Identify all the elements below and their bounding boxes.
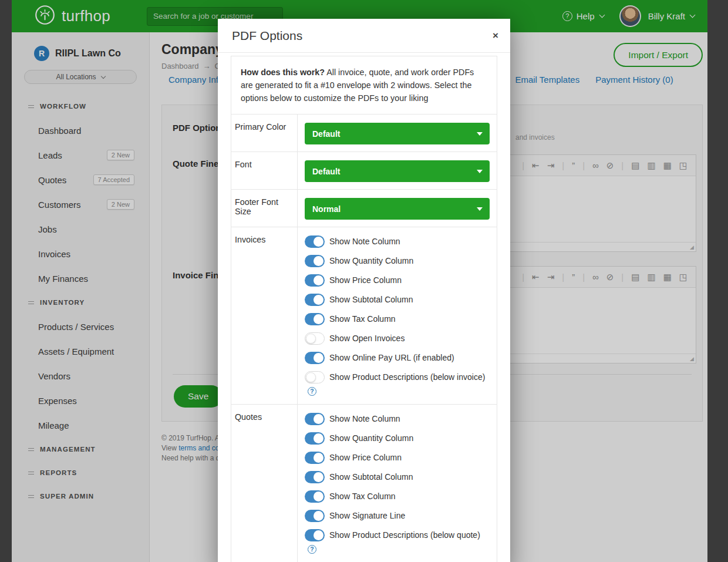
- toggle-quote-show-product-descriptions[interactable]: [305, 529, 325, 541]
- toggle-label: Show Price Column: [329, 275, 402, 285]
- toggle-label: Show Tax Column: [329, 314, 396, 324]
- toggle-invoice-show-subtotal-column[interactable]: [305, 294, 325, 306]
- footer-font-size-select[interactable]: Normal: [305, 198, 490, 220]
- toggle-row: Show Price Column: [305, 274, 490, 287]
- toggle-label: Show Tax Column: [329, 492, 396, 501]
- toggle-label: Show Product Descriptions (below invoice…: [329, 372, 485, 382]
- group-label: Quotes: [231, 405, 298, 562]
- modal-header: PDF Options ×: [218, 19, 510, 53]
- toggle-row: Show Tax Column: [305, 490, 490, 503]
- toggle-label: Show Signature Line: [329, 511, 405, 520]
- toggle-label: Show Open Invoices: [329, 334, 405, 343]
- toggle-row: Show Signature Line: [305, 510, 490, 522]
- help-icon[interactable]: ?: [308, 545, 316, 554]
- toggle-quote-show-subtotal-column[interactable]: [305, 471, 325, 483]
- toggle-quote-show-price-column[interactable]: [305, 452, 325, 464]
- modal-intro: How does this work? All invoice, quote, …: [231, 56, 497, 114]
- toggle-row: Show Subtotal Column: [305, 294, 490, 306]
- toggle-quote-show-tax-column[interactable]: [305, 490, 325, 503]
- toggle-label: Show Note Column: [329, 414, 400, 423]
- toggle-quote-show-quantity-column[interactable]: [305, 432, 325, 445]
- font-select[interactable]: Default: [305, 160, 490, 182]
- selected-value: Default: [312, 129, 340, 139]
- toggle-row: Show Subtotal Column: [305, 471, 490, 483]
- toggle-row: Show Quantity Column: [305, 432, 490, 445]
- toggle-row: Show Quantity Column: [305, 255, 490, 267]
- field-label: Footer Font Size: [231, 190, 298, 227]
- invoices-options-row: Invoices Show Note Column Show Quantity …: [231, 227, 497, 404]
- toggle-label: Show Online Pay URL (if enabled): [329, 353, 454, 362]
- toggle-show-online-pay-url[interactable]: [305, 352, 325, 364]
- toggle-label: Show Subtotal Column: [329, 472, 413, 482]
- toggle-quote-show-note-column[interactable]: [305, 413, 325, 425]
- toggle-show-open-invoices[interactable]: [305, 332, 325, 345]
- toggle-row: Show Note Column: [305, 413, 490, 425]
- toggle-invoice-show-price-column[interactable]: [305, 274, 325, 287]
- caret-down-icon: [477, 170, 483, 173]
- selected-value: Default: [312, 167, 340, 176]
- pdf-options-form: How does this work? All invoice, quote, …: [231, 56, 497, 562]
- caret-down-icon: [477, 132, 483, 136]
- toggle-invoice-show-tax-column[interactable]: [305, 313, 325, 325]
- primary-color-row: Primary Color Default: [231, 114, 497, 152]
- close-icon[interactable]: ×: [493, 31, 498, 41]
- toggle-row: Show Online Pay URL (if enabled): [305, 352, 490, 364]
- toggle-label: Show Note Column: [329, 237, 400, 246]
- intro-bold: How does this work?: [241, 68, 325, 77]
- font-row: Font Default: [231, 152, 497, 189]
- toggle-row: Show Tax Column: [305, 313, 490, 325]
- toggle-invoice-show-note-column[interactable]: [305, 235, 325, 248]
- group-label: Invoices: [231, 227, 298, 404]
- toggle-label: Show Quantity Column: [329, 433, 413, 443]
- toggle-label: Show Subtotal Column: [329, 295, 413, 304]
- pdf-options-modal: PDF Options × How does this work? All in…: [218, 19, 510, 562]
- quotes-options-row: Quotes Show Note Column Show Quantity Co…: [231, 404, 497, 562]
- toggle-label: Show Quantity Column: [329, 256, 413, 265]
- field-label: Font: [231, 152, 298, 189]
- modal-title: PDF Options: [232, 29, 302, 43]
- caret-down-icon: [477, 207, 483, 211]
- toggle-row: Show Open Invoices: [305, 332, 490, 345]
- toggle-row: Show Price Column: [305, 452, 490, 464]
- toggle-row: Show Product Descriptions (below invoice…: [305, 371, 490, 396]
- footer-font-size-row: Footer Font Size Normal: [231, 189, 497, 227]
- toggle-label: Show Price Column: [329, 453, 402, 462]
- toggle-row: Show Product Descriptions (below quote)?: [305, 529, 490, 554]
- help-icon[interactable]: ?: [308, 387, 316, 396]
- selected-value: Normal: [312, 204, 341, 214]
- modal-body: How does this work? All invoice, quote, …: [218, 53, 510, 562]
- toggle-show-signature-line[interactable]: [305, 510, 325, 522]
- primary-color-select[interactable]: Default: [305, 123, 490, 144]
- toggle-invoice-show-quantity-column[interactable]: [305, 255, 325, 267]
- toggle-invoice-show-product-descriptions[interactable]: [305, 371, 325, 383]
- field-label: Primary Color: [231, 115, 298, 152]
- toggle-row: Show Note Column: [305, 235, 490, 248]
- toggle-label: Show Product Descriptions (below quote): [329, 530, 480, 540]
